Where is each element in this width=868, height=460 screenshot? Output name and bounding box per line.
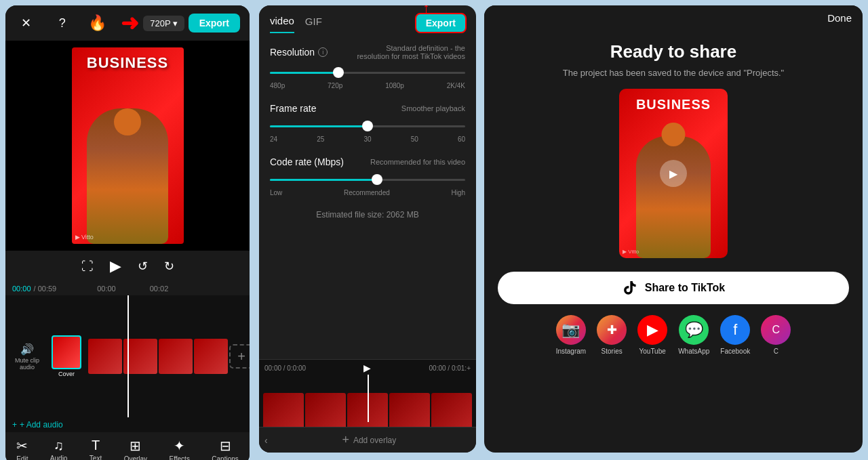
clip-3 [159,339,193,374]
flame-icon: 🔥 [88,14,106,32]
file-size-estimate: Estimated file size: 2062 MB [270,210,465,219]
text-icon: T [92,438,100,453]
help-button[interactable]: ? [52,12,73,34]
share-tiktok-button[interactable]: Share to TikTok [498,272,849,304]
p2-play-btn[interactable]: ▶ [363,362,371,373]
video-preview: BUSINESS ▶ Vitto [5,41,250,251]
playback-controls: ⛶ ▶ ↺ ↻ [5,251,250,282]
tool-edit[interactable]: ✂ Edit [16,438,28,460]
bottom-toolbar: ✂ Edit ♫ Audio T Text ⊞ Overlay ✦ Effect… [5,432,250,460]
instagram-icon: 📷 [556,315,586,345]
watermark: ▶ Vitto [75,234,94,241]
cover-thumbnail [52,335,81,369]
panel-editor: ✕ ? 🔥 ➜ 720P ▾ Export BUSINESS ▶ Vitto ⛶ [5,5,250,460]
timeline-header: 00:00 / 00:59 00:00 00:02 [5,282,250,295]
resolution-title: Resolution i [270,47,328,58]
clip-4 [194,339,228,374]
resolution-track [270,72,465,74]
ready-description: The project has been saved to the device… [563,68,784,78]
cover-label: Cover [58,371,75,377]
export-button[interactable]: Export [189,14,240,33]
preview-person-figure [636,136,711,258]
panel2-timeline: 00:00 / 0:0:00 ▶ 00:00 / 0:01:+ [259,359,476,427]
add-audio-row: + + Add audio [5,417,250,432]
frame-rate-title: Frame rate [270,103,316,114]
total-time: / 00:59 [34,285,57,293]
scissors-icon: ✂ [16,438,28,454]
fr-label-50: 50 [411,135,418,143]
fullscreen-button[interactable]: ⛶ [81,259,94,274]
tab-video[interactable]: video [270,15,294,33]
res-label-1080: 1080p [385,82,404,89]
share-tiktok-label: Share to TikTok [645,282,726,294]
whatsapp-share[interactable]: 💬 WhatsApp [678,315,709,355]
close-button[interactable]: ✕ [15,12,37,34]
arrow-indicator-2: ↑ [422,5,430,16]
overlay-icon: ⊞ [130,438,141,454]
add-audio-button[interactable]: + + Add audio [12,420,63,430]
audio-label: Mute clip audio [9,357,45,371]
resolution-info-icon[interactable]: i [318,47,328,57]
frame-rate-labels: 24 25 30 50 60 [270,135,465,143]
video-thumbnail: BUSINESS ▶ Vitto [72,47,184,244]
youtube-share[interactable]: ▶ YouTube [637,315,667,355]
effects-icon: ✦ [174,438,185,454]
current-time: 00:00 [12,285,31,293]
resolution-labels: 480p 720p 1080p 2K/4K [270,82,465,89]
plus-icon: + [12,420,17,430]
stories-label: Stories [601,348,623,355]
captions-icon: ⊟ [220,438,231,454]
add-clip-button[interactable]: + [229,344,250,369]
resolution-selector[interactable]: 720P ▾ [143,16,184,31]
instagram-label: Instagram [556,348,586,355]
done-button[interactable]: Done [827,12,852,24]
code-rate-slider[interactable] [270,173,465,186]
undo-button[interactable]: ↺ [138,259,148,274]
audio-icon: 🔊 [20,343,34,356]
preview-watermark: ▶ Vitto [623,249,639,255]
stories-share[interactable]: ✚ Stories [597,315,627,355]
share-content: Ready to share The project has been save… [484,30,863,366]
whatsapp-icon: 💬 [679,315,709,345]
tool-text[interactable]: T Text [90,438,102,460]
res-label-480: 480p [270,82,285,89]
timeline-track: 🔊 Mute clip audio Cover + [5,295,250,417]
code-rate-thumb[interactable] [372,174,382,185]
cr-label-high: High [451,189,465,196]
tab-gif[interactable]: GIF [305,15,322,33]
share-preview-thumbnail: BUSINESS ▶ ▶ Vitto [619,89,728,258]
play-button[interactable]: ▶ [110,257,121,275]
timeline-area[interactable]: 🔊 Mute clip audio Cover + [5,295,250,417]
play-overlay[interactable]: ▶ [660,160,687,187]
add-overlay-btn[interactable]: + Add overlay [268,433,471,447]
fr-label-24: 24 [270,135,277,143]
editor-header: ✕ ? 🔥 ➜ 720P ▾ Export [5,5,250,41]
tool-captions[interactable]: ⊟ Captions [212,438,238,460]
facebook-share[interactable]: f Facebook [720,315,750,355]
code-rate-header: Code rate (Mbps) Recommended for this vi… [270,156,465,167]
resolution-desc: Standard definition - the resolution for… [357,44,465,60]
more-label: C [774,348,778,355]
fr-label-25: 25 [317,135,324,143]
add-overlay-label: Add overlay [353,436,396,445]
code-rate-labels: Low Recommended High [270,189,465,196]
tool-audio[interactable]: ♫ Audio [50,438,68,460]
export-settings-content: Resolution i Standard definition - the r… [259,33,476,359]
plus-overlay-icon: + [342,433,349,447]
frame-rate-slider[interactable] [270,119,465,133]
video-clips-row: + [88,337,250,375]
resolution-slider[interactable] [270,66,465,79]
tool-effects[interactable]: ✦ Effects [170,438,190,460]
frame-rate-thumb[interactable] [362,121,373,131]
resolution-thumb[interactable] [333,67,344,78]
p2-clip-1 [263,393,304,427]
tool-overlay[interactable]: ⊞ Overlay [124,438,147,460]
panel-share: Done Ready to share The project has been… [484,5,863,453]
social-share-row: 📷 Instagram ✚ Stories ▶ YouTube 💬 WhatsA… [556,315,791,355]
clip-1 [88,339,122,374]
redo-button[interactable]: ↻ [164,259,174,274]
more-share[interactable]: C C [761,315,791,355]
ready-title: Ready to share [610,41,736,62]
instagram-share[interactable]: 📷 Instagram [556,315,586,355]
code-rate-track [270,179,465,181]
